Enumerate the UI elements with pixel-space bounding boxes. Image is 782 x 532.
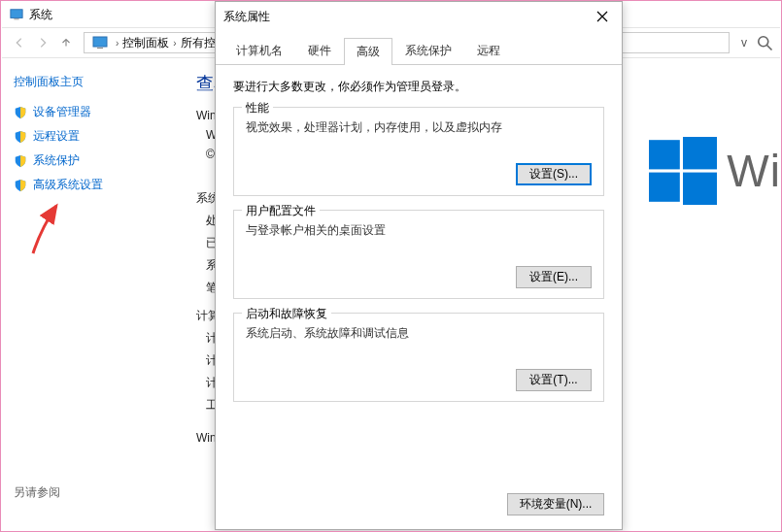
close-button[interactable] [591, 5, 614, 28]
svg-rect-7 [683, 137, 717, 169]
sidebar-link-label: 设备管理器 [33, 104, 91, 120]
tab-hardware[interactable]: 硬件 [295, 37, 344, 64]
startup-recovery-group: 启动和故障恢复 系统启动、系统故障和调试信息 设置(T)... [233, 313, 604, 402]
svg-point-4 [759, 37, 768, 47]
breadcrumb-item[interactable]: 控制面板 [122, 35, 169, 51]
system-icon [92, 35, 108, 50]
sidebar-link-system-protection[interactable]: 系统保护 [14, 152, 185, 169]
user-profiles-group: 用户配置文件 与登录帐户相关的桌面设置 设置(E)... [233, 210, 604, 299]
search-icon[interactable] [755, 33, 774, 52]
tab-system-protection[interactable]: 系统保护 [392, 37, 464, 64]
svg-line-5 [767, 46, 772, 50]
cp-title: 系统 [29, 7, 52, 23]
shield-icon [14, 179, 27, 192]
group-legend: 启动和故障恢复 [242, 306, 331, 322]
sidebar-link-remote-settings[interactable]: 远程设置 [14, 128, 185, 145]
shield-icon [14, 106, 27, 119]
system-icon [10, 8, 23, 21]
svg-rect-2 [93, 37, 107, 47]
svg-rect-3 [97, 48, 103, 49]
nav-back-icon[interactable] [8, 31, 31, 54]
environment-variables-button[interactable]: 环境变量(N)... [507, 493, 604, 515]
shield-icon [14, 154, 27, 168]
dialog-content: 要进行大多数更改，你必须作为管理员登录。 性能 视觉效果，处理器计划，内存使用，… [216, 65, 622, 485]
dialog-footer: 环境变量(N)... [216, 485, 622, 529]
performance-settings-button[interactable]: 设置(S)... [516, 163, 592, 185]
group-legend: 用户配置文件 [242, 203, 320, 219]
sidebar-link-label: 高级系统设置 [33, 177, 103, 193]
nav-up-icon[interactable] [54, 31, 78, 54]
dialog-title: 系统属性 [223, 9, 270, 25]
tab-remote[interactable]: 远程 [464, 37, 513, 64]
group-desc: 系统启动、系统故障和调试信息 [246, 325, 592, 342]
tab-advanced[interactable]: 高级 [344, 38, 392, 65]
chevron-right-icon: › [116, 38, 119, 49]
svg-rect-6 [649, 140, 680, 169]
sidebar-link-device-manager[interactable]: 设备管理器 [14, 104, 185, 120]
svg-rect-8 [649, 173, 680, 202]
windows-logo: Wi [649, 137, 781, 205]
tab-computer-name[interactable]: 计算机名 [223, 37, 295, 64]
group-legend: 性能 [242, 100, 273, 116]
windows-logo-icon [649, 137, 717, 205]
sidebar-link-label: 系统保护 [33, 152, 80, 169]
breadcrumb-dropdown-icon[interactable]: v [741, 36, 747, 50]
see-also-label: 另请参阅 [14, 484, 185, 501]
shield-icon [14, 130, 27, 144]
breadcrumb-item[interactable]: 所有控 [181, 35, 216, 51]
dialog-tabs: 计算机名 硬件 高级 系统保护 远程 [216, 37, 622, 65]
startup-recovery-settings-button[interactable]: 设置(T)... [516, 369, 592, 391]
system-properties-dialog: 系统属性 计算机名 硬件 高级 系统保护 远程 要进行大多数更改，你必须作为管理… [215, 1, 623, 530]
group-desc: 视觉效果，处理器计划，内存使用，以及虚拟内存 [246, 119, 592, 136]
svg-rect-1 [14, 18, 18, 19]
dialog-titlebar: 系统属性 [216, 2, 622, 31]
performance-group: 性能 视觉效果，处理器计划，内存使用，以及虚拟内存 设置(S)... [233, 107, 604, 196]
admin-note: 要进行大多数更改，你必须作为管理员登录。 [233, 79, 604, 95]
group-desc: 与登录帐户相关的桌面设置 [246, 222, 592, 239]
sidebar-link-advanced-system-settings[interactable]: 高级系统设置 [14, 177, 185, 193]
sidebar-link-label: 远程设置 [33, 128, 80, 145]
chevron-right-icon: › [173, 38, 176, 49]
cp-sidebar: 控制面板主页 设备管理器 远程设置 系统保护 高级系统设置 另请参阅 [2, 58, 196, 516]
user-profiles-settings-button[interactable]: 设置(E)... [516, 266, 592, 288]
cp-home-link[interactable]: 控制面板主页 [14, 74, 185, 90]
close-icon [596, 11, 608, 22]
svg-rect-9 [683, 173, 717, 205]
windows-logo-text: Wi [727, 145, 781, 197]
svg-rect-0 [11, 10, 22, 18]
nav-forward-icon[interactable] [31, 31, 54, 54]
